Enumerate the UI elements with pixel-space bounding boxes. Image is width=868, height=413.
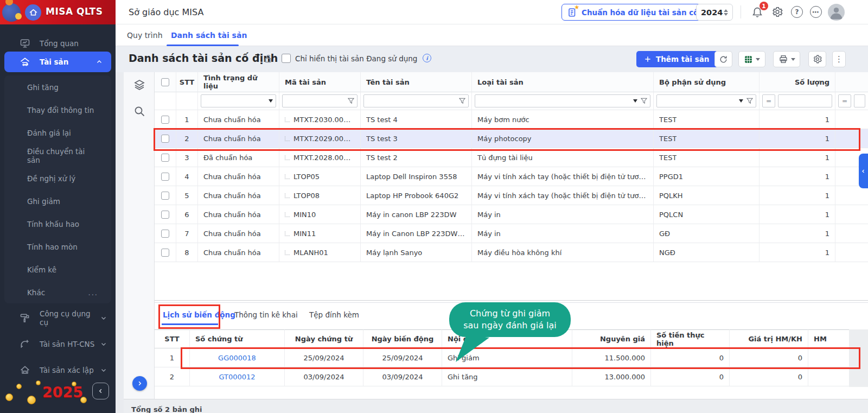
cell-status: Đã chuẩn hóa — [198, 148, 279, 167]
tab-attachments[interactable]: Tệp đính kèm — [309, 304, 359, 326]
layers-icon[interactable] — [133, 79, 146, 92]
column-header-change-date[interactable]: Ngày biến động — [363, 329, 442, 348]
filter-partial-input[interactable] — [854, 94, 865, 107]
sidebar-subitem[interactable]: Tính khấu hao — [4, 213, 111, 236]
side-panel-handle[interactable] — [859, 154, 868, 188]
column-header-stt[interactable]: STT — [155, 329, 190, 348]
normalize-data-button[interactable]: ★ Chuẩn hóa dữ liệu tài sản công — [561, 4, 717, 21]
sidebar-item-infrastructure[interactable]: Tài sản HT-CNS — [0, 334, 116, 354]
sidebar-subitem[interactable]: Tính hao mòn — [4, 236, 111, 258]
sidebar-item-assets[interactable]: Tài sản — [4, 52, 111, 72]
sidebar-collapse-button[interactable] — [92, 383, 109, 399]
column-header-name[interactable]: Tên tài sản — [361, 72, 472, 92]
sidebar-subitem[interactable]: Đề nghị xử lý — [4, 167, 111, 190]
select-all-checkbox[interactable] — [161, 78, 169, 86]
scrollbar-track[interactable] — [849, 329, 868, 387]
help-button[interactable]: ? — [790, 5, 804, 19]
sidebar-subitem[interactable]: Kiểm kê — [4, 258, 111, 281]
sidebar-item-tools[interactable]: Công cụ dụng cụ — [0, 308, 116, 328]
expand-panel-button[interactable] — [132, 376, 147, 391]
filter-type-dropdown[interactable] — [475, 94, 650, 107]
row-checkbox[interactable] — [161, 154, 169, 162]
tab-history[interactable]: Lịch sử biến động — [163, 304, 235, 326]
export-excel-button[interactable] — [738, 51, 765, 67]
row-checkbox[interactable] — [161, 249, 169, 257]
table-row[interactable]: 6 Chưa chuẩn hóa MIN10 Máy in canon LBP … — [155, 205, 868, 224]
column-header-qty[interactable]: Số lượng — [760, 72, 835, 92]
refresh-button[interactable] — [714, 51, 732, 67]
row-checkbox[interactable] — [161, 116, 169, 124]
row-checkbox[interactable] — [161, 211, 169, 219]
equals-operator[interactable]: = — [762, 94, 775, 107]
cell-dept: NGĐ — [654, 243, 760, 262]
cell-name: TS test 2 — [361, 148, 472, 167]
more-actions-button[interactable]: ⋮ — [832, 51, 846, 67]
more-options-button[interactable]: ⋯ — [809, 5, 823, 19]
chevron-down-icon — [100, 341, 107, 347]
column-header-doc-no[interactable]: Số chứng từ — [190, 329, 285, 348]
sidebar-item-overview[interactable]: Tổng quan — [0, 34, 116, 53]
filter-dept-dropdown[interactable] — [656, 94, 756, 107]
funnel-icon — [459, 98, 465, 104]
search-icon[interactable] — [133, 105, 146, 118]
row-checkbox[interactable] — [161, 192, 169, 200]
cell-dept: TEST — [654, 129, 760, 148]
equals-operator[interactable]: = — [838, 94, 851, 107]
tab-process[interactable]: Quy trình — [127, 24, 163, 46]
table-row[interactable]: 5 Chưa chuẩn hóa LTOP08 Laptop HP Proboo… — [155, 186, 868, 205]
print-button[interactable] — [773, 51, 800, 67]
cell-stt: 4 — [176, 167, 198, 186]
document-link[interactable]: GT000012 — [219, 373, 255, 381]
column-header-amount[interactable]: Số tiền thực hiện — [651, 329, 730, 348]
table-row[interactable]: 2 GT000012 03/09/2024 03/09/2024 Ghi tăn… — [155, 367, 849, 386]
funnel-icon — [746, 98, 753, 104]
table-row[interactable]: 7 Chưa chuẩn hóa MIN11 Máy in Canon LBP … — [155, 224, 868, 243]
table-row[interactable]: 8 Chưa chuẩn hóa MLANH01 Máy lạnh Sanyo … — [155, 243, 868, 262]
row-checkbox[interactable] — [161, 173, 169, 181]
column-header-hmkh[interactable]: Giá trị HM/KH — [730, 329, 808, 348]
info-icon[interactable]: i — [423, 54, 431, 62]
cell-cost: 11.500.000 — [572, 348, 651, 367]
filter-name-input[interactable] — [363, 94, 469, 107]
filter-code-input[interactable] — [282, 94, 358, 107]
column-header-type[interactable]: Loại tài sản — [472, 72, 654, 92]
column-header-cost[interactable]: Nguyên giá — [572, 329, 651, 348]
column-header-hm-partial[interactable]: HM — [808, 329, 849, 348]
column-header-dept[interactable]: Bộ phận sử dụng — [654, 72, 760, 92]
year-selector[interactable]: 2024 — [696, 4, 733, 21]
row-checkbox[interactable] — [161, 135, 169, 143]
cell-status: Chưa chuẩn hóa — [198, 110, 279, 129]
row-checkbox[interactable] — [161, 230, 169, 238]
table-row[interactable]: 3 Đã chuẩn hóa MTXT.2028.00010 TS test 2… — [155, 148, 868, 167]
lock-open-icon[interactable] — [263, 54, 273, 64]
settings-button[interactable] — [770, 5, 784, 19]
document-link[interactable]: GG000018 — [218, 354, 256, 362]
filter-status-dropdown[interactable] — [201, 94, 276, 107]
grid-settings-button[interactable] — [808, 51, 826, 67]
sidebar-subitem[interactable]: Điều chuyển tài sản — [4, 144, 111, 167]
column-header-stt[interactable]: STT — [176, 72, 198, 92]
cell-code: MIN11 — [279, 224, 361, 243]
cell-dept: PPGD1 — [654, 167, 760, 186]
user-avatar[interactable] — [828, 4, 845, 21]
filter-qty-input[interactable] — [778, 94, 832, 107]
table-row[interactable]: 4 Chưa chuẩn hóa LTOP05 Laptop Dell Insp… — [155, 167, 868, 186]
sidebar-subitem[interactable]: Ghi giảm — [4, 190, 111, 213]
tab-declaration[interactable]: Thông tin kê khai — [234, 304, 298, 326]
sidebar-subitem[interactable]: Khác ... — [4, 281, 111, 304]
sidebar-subitem[interactable]: Ghi tăng — [4, 76, 111, 99]
coin-decoration — [16, 384, 22, 389]
table-row[interactable]: 1 GG000018 25/09/2024 25/09/2024 Ghi giả… — [155, 348, 849, 367]
table-row[interactable]: 2 Chưa chuẩn hóa MTXT.2029.00010 TS test… — [155, 129, 868, 148]
in-use-filter-checkbox[interactable] — [282, 54, 291, 63]
column-header-status[interactable]: Tình trạng dữ liệu — [198, 72, 279, 92]
notifications-button[interactable]: 1 — [750, 5, 764, 19]
cell-status: Chưa chuẩn hóa — [198, 186, 279, 205]
column-header-code[interactable]: Mã tài sản — [279, 72, 361, 92]
table-row[interactable]: 1 Chưa chuẩn hóa MTXT.2030.00010 TS test… — [155, 110, 868, 129]
column-header-doc-date[interactable]: Ngày chứng từ — [285, 329, 363, 348]
sidebar-subitem[interactable]: Đánh giá lại — [4, 122, 111, 144]
app-screen: MISA QLTS Tổng quan Tài sản Ghi tăng — [0, 0, 868, 413]
tab-asset-list[interactable]: Danh sách tài sản — [171, 24, 247, 46]
sidebar-subitem[interactable]: Thay đổi thông tin — [4, 99, 111, 122]
